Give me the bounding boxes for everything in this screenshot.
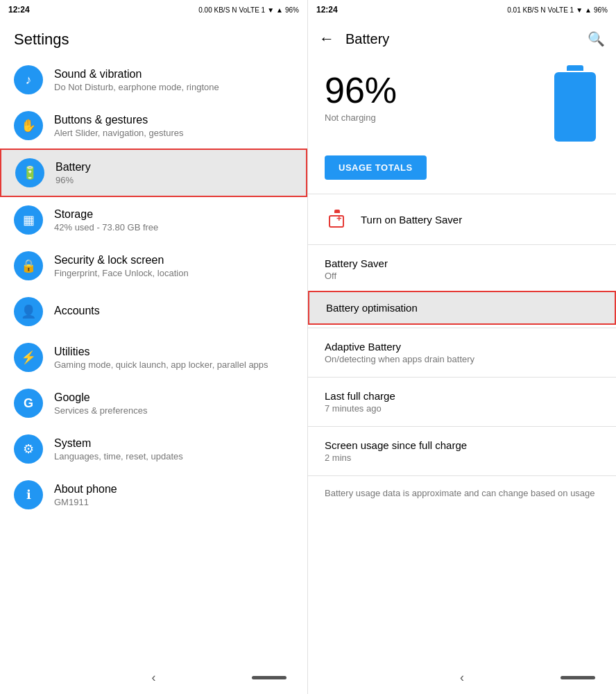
usage-totals-button[interactable]: USAGE TOTALS (325, 155, 427, 180)
system-icon-circle: ⚙ (14, 434, 43, 464)
divider-5 (308, 426, 616, 427)
battery-item-optimisation[interactable]: Battery optimisation (308, 291, 616, 325)
utilities-icon-circle: ⚡ (14, 343, 43, 372)
divider-4 (308, 377, 616, 378)
settings-title: Settings (14, 31, 293, 49)
battery-icon-circle: 🔋 (15, 158, 44, 187)
batt-body: + (329, 215, 344, 228)
system-item-text: System Languages, time, reset, updates (54, 437, 183, 462)
battery-item-saver[interactable]: Battery Saver Off (308, 248, 616, 291)
settings-item-google[interactable]: G Google Services & preferences (0, 380, 307, 426)
right-back-icon[interactable]: ‹ (460, 670, 464, 685)
battery-item-saver-toggle[interactable]: + Turn on Battery Saver (308, 197, 616, 242)
left-panel: 12:24 0.00 KB/S N VoLTE 1 ▼ ▲ 96% Settin… (0, 0, 308, 694)
system-subtitle: Languages, time, reset, updates (54, 451, 183, 462)
utilities-item-text: Utilities Gaming mode, quick launch, app… (54, 346, 268, 370)
left-back-icon[interactable]: ‹ (152, 670, 156, 685)
battery-saver-text: Battery Saver Off (325, 257, 599, 281)
battery-optimisation-title: Battery optimisation (326, 302, 598, 314)
about-icon-circle: ℹ (14, 480, 43, 509)
settings-item-battery[interactable]: 🔋 Battery 96% (0, 149, 307, 197)
settings-item-sound[interactable]: ♪ Sound & vibration Do Not Disturb, earp… (0, 57, 307, 103)
right-battery: 96% (594, 6, 608, 14)
right-network-speed: 0.01 KB/S (507, 6, 538, 14)
left-battery: 96% (285, 6, 299, 14)
divider-3 (308, 328, 616, 328)
divider-6 (308, 475, 616, 476)
left-home-bar (252, 676, 286, 679)
usage-totals-section: USAGE TOTALS (325, 155, 599, 180)
security-item-text: Security & lock screen Fingerprint, Face… (54, 254, 189, 278)
adaptive-battery-subtitle: On/detecting when apps drain battery (325, 354, 599, 364)
right-signal-icon: ▲ (585, 6, 592, 14)
storage-subtitle: 42% used - 73.80 GB free (54, 222, 158, 232)
settings-item-about[interactable]: ℹ About phone GM1911 (0, 472, 307, 518)
right-wifi-icon: ▼ (576, 6, 583, 14)
battery-item-screen-usage[interactable]: Screen usage since full charge 2 mins (308, 430, 616, 473)
security-subtitle: Fingerprint, Face Unlock, location (54, 268, 189, 278)
right-nfc-icon: N (540, 6, 545, 14)
security-icon-circle: 🔒 (14, 251, 43, 280)
right-status-bar: 12:24 0.01 KB/S N VoLTE 1 ▼ ▲ 96% (308, 0, 616, 19)
buttons-item-text: Buttons & gestures Alert Slider, navigat… (54, 114, 183, 138)
battery-saver-subtitle: Off (325, 271, 599, 281)
left-status-bar: 12:24 0.00 KB/S N VoLTE 1 ▼ ▲ 96% (0, 0, 307, 19)
left-bottom-nav: ‹ (0, 661, 307, 694)
battery-item-adaptive[interactable]: Adaptive Battery On/detecting when apps … (308, 331, 616, 374)
battery-status: Not charging (325, 112, 397, 123)
sound-title: Sound & vibration (54, 68, 219, 81)
about-item-text: About phone GM1911 (54, 483, 117, 507)
battery-title: Battery (55, 161, 91, 174)
screen-usage-text: Screen usage since full charge 2 mins (325, 439, 599, 463)
adaptive-battery-text: Adaptive Battery On/detecting when apps … (325, 341, 599, 364)
buttons-subtitle: Alert Slider, navigation, gestures (54, 128, 183, 138)
battery-saver-toggle-title: Turn on Battery Saver (361, 214, 462, 226)
accounts-icon-circle: 👤 (14, 297, 43, 326)
battery-saver-svg: + (327, 210, 347, 229)
sound-icon-circle: ♪ (14, 65, 43, 94)
left-header: Settings (0, 19, 307, 57)
battery-saver-toggle-icon: + (325, 207, 350, 232)
last-charge-subtitle: 7 minutes ago (325, 403, 599, 414)
right-bottom-nav: ‹ (308, 661, 616, 694)
settings-item-utilities[interactable]: ⚡ Utilities Gaming mode, quick launch, a… (0, 335, 307, 380)
battery-saver-toggle-text: Turn on Battery Saver (361, 214, 462, 226)
battery-optimisation-text: Battery optimisation (326, 302, 598, 314)
settings-item-system[interactable]: ⚙ System Languages, time, reset, updates (0, 426, 307, 472)
search-button[interactable]: 🔍 (588, 31, 605, 47)
left-network-speed: 0.00 KB/S (198, 6, 230, 14)
left-status-icons: 0.00 KB/S N VoLTE 1 ▼ ▲ 96% (198, 6, 299, 14)
battery-info-section: 96% Not charging (308, 58, 616, 149)
settings-item-storage[interactable]: ▦ Storage 42% used - 73.80 GB free (0, 197, 307, 243)
storage-icon-circle: ▦ (14, 205, 43, 235)
left-carrier: VoLTE 1 (239, 6, 266, 14)
settings-item-accounts[interactable]: 👤 Accounts (0, 289, 307, 335)
utilities-subtitle: Gaming mode, quick launch, app locker, p… (54, 359, 268, 370)
about-subtitle: GM1911 (54, 497, 117, 507)
battery-tip (567, 65, 583, 71)
right-home-bar (561, 676, 595, 679)
sound-subtitle: Do Not Disturb, earphone mode, ringtone (54, 82, 219, 92)
accounts-item-text: Accounts (54, 305, 100, 319)
about-title: About phone (54, 483, 117, 496)
settings-item-buttons[interactable]: ✋ Buttons & gestures Alert Slider, navig… (0, 103, 307, 149)
divider-1 (308, 194, 616, 194)
battery-percentage: 96% (325, 72, 397, 108)
last-charge-text: Last full charge 7 minutes ago (325, 390, 599, 414)
accounts-title: Accounts (54, 305, 100, 317)
system-title: System (54, 437, 183, 450)
google-title: Google (54, 391, 147, 404)
right-carrier: VoLTE 1 (548, 6, 574, 14)
settings-item-security[interactable]: 🔒 Security & lock screen Fingerprint, Fa… (0, 243, 307, 289)
left-nfc-icon: N (232, 6, 237, 14)
battery-item-last-charge[interactable]: Last full charge 7 minutes ago (308, 380, 616, 423)
right-panel: 12:24 0.01 KB/S N VoLTE 1 ▼ ▲ 96% ← Batt… (308, 0, 616, 694)
battery-saver-title: Battery Saver (325, 257, 599, 269)
back-button[interactable]: ← (319, 30, 334, 48)
screen-usage-subtitle: 2 mins (325, 452, 599, 463)
security-title: Security & lock screen (54, 254, 189, 266)
storage-title: Storage (54, 208, 158, 221)
buttons-title: Buttons & gestures (54, 114, 183, 126)
settings-list: ♪ Sound & vibration Do Not Disturb, earp… (0, 57, 307, 661)
last-charge-title: Last full charge (325, 390, 599, 402)
